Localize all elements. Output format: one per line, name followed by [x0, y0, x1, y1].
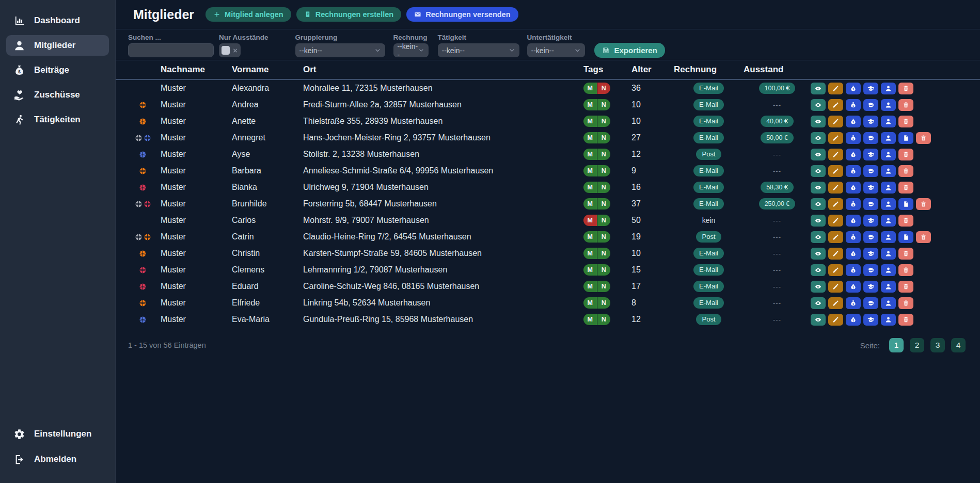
contributions-button[interactable]: $ [846, 281, 861, 293]
trainings-button[interactable] [863, 83, 878, 94]
delete-button[interactable] [916, 231, 931, 243]
delete-button[interactable] [916, 132, 931, 144]
arrears-checkbox-group[interactable] [219, 43, 241, 57]
trainings-button[interactable] [863, 182, 878, 194]
mitglied-anlegen-button[interactable]: Mitglied anlegen [206, 7, 291, 22]
sidebar-item-abmelden[interactable]: Abmelden [6, 449, 109, 470]
edit-button[interactable] [828, 116, 843, 127]
trainings-button[interactable] [863, 165, 878, 177]
sidebar-item-dashboard[interactable]: Dashboard [6, 10, 109, 31]
delete-button[interactable] [898, 215, 913, 227]
view-button[interactable] [811, 182, 826, 194]
view-button[interactable] [811, 297, 826, 309]
trainings-button[interactable] [863, 132, 878, 144]
membership-button[interactable] [881, 281, 896, 293]
edit-button[interactable] [828, 314, 843, 326]
view-button[interactable] [811, 99, 826, 111]
contributions-button[interactable]: $ [846, 297, 861, 309]
membership-button[interactable] [881, 182, 896, 194]
page-button-4[interactable]: 4 [951, 338, 966, 352]
delete-button[interactable] [898, 165, 913, 177]
gruppierung-select[interactable]: --kein-- [295, 43, 385, 57]
membership-button[interactable] [881, 132, 896, 144]
sidebar-item-einstellungen[interactable]: Einstellungen [6, 424, 109, 444]
contributions-button[interactable]: $ [846, 264, 861, 276]
arrears-checkbox[interactable] [222, 46, 230, 55]
trainings-button[interactable] [863, 314, 878, 326]
export-button[interactable]: Exportieren [594, 43, 665, 58]
rechnungen-versenden-button[interactable]: Rechnungen versenden [406, 7, 518, 22]
membership-button[interactable] [881, 165, 896, 177]
delete-button[interactable] [898, 149, 913, 160]
view-button[interactable] [811, 248, 826, 260]
edit-button[interactable] [828, 297, 843, 309]
clear-filter-icon[interactable] [232, 47, 238, 54]
delete-button[interactable] [898, 248, 913, 260]
edit-button[interactable] [828, 231, 843, 243]
view-button[interactable] [811, 215, 826, 227]
page-button-2[interactable]: 2 [910, 338, 924, 352]
taetigkeit-select[interactable]: --kein-- [438, 43, 519, 57]
delete-button[interactable] [898, 314, 913, 326]
delete-button[interactable] [898, 264, 913, 276]
view-button[interactable] [811, 165, 826, 177]
trainings-button[interactable] [863, 198, 878, 210]
edit-button[interactable] [828, 149, 843, 160]
contributions-button[interactable]: $ [846, 248, 861, 260]
delete-button[interactable] [898, 297, 913, 309]
contributions-button[interactable]: $ [846, 314, 861, 326]
delete-button[interactable] [916, 198, 931, 210]
membership-button[interactable] [881, 83, 896, 94]
trainings-button[interactable] [863, 215, 878, 227]
sidebar-item-zuschuesse[interactable]: Zuschüsse [6, 85, 109, 105]
view-button[interactable] [811, 281, 826, 293]
delete-button[interactable] [898, 83, 913, 94]
edit-button[interactable] [828, 281, 843, 293]
trainings-button[interactable] [863, 264, 878, 276]
delete-button[interactable] [898, 116, 913, 127]
membership-button[interactable] [881, 198, 896, 210]
contributions-button[interactable]: $ [846, 165, 861, 177]
membership-button[interactable] [881, 264, 896, 276]
edit-button[interactable] [828, 132, 843, 144]
contributions-button[interactable]: $ [846, 182, 861, 194]
edit-button[interactable] [828, 83, 843, 94]
column-header-ort[interactable]: Ort [303, 65, 583, 75]
edit-button[interactable] [828, 182, 843, 194]
sidebar-item-mitglieder[interactable]: Mitglieder [6, 35, 109, 56]
edit-button[interactable] [828, 198, 843, 210]
trainings-button[interactable] [863, 116, 878, 127]
edit-button[interactable] [828, 99, 843, 111]
invoice-document-button[interactable] [898, 198, 913, 210]
edit-button[interactable] [828, 248, 843, 260]
view-button[interactable] [811, 198, 826, 210]
trainings-button[interactable] [863, 297, 878, 309]
membership-button[interactable] [881, 248, 896, 260]
view-button[interactable] [811, 116, 826, 127]
column-header-tags[interactable]: Tags [583, 65, 631, 75]
membership-button[interactable] [881, 215, 896, 227]
membership-button[interactable] [881, 297, 896, 309]
view-button[interactable] [811, 231, 826, 243]
rechnungen-erstellen-button[interactable]: Rechnungen erstellen [296, 7, 401, 22]
contributions-button[interactable]: $ [846, 132, 861, 144]
edit-button[interactable] [828, 165, 843, 177]
view-button[interactable] [811, 149, 826, 160]
membership-button[interactable] [881, 99, 896, 111]
membership-button[interactable] [881, 314, 896, 326]
rechnung-select[interactable]: --kein-- [393, 43, 429, 57]
delete-button[interactable] [898, 182, 913, 194]
edit-button[interactable] [828, 215, 843, 227]
sidebar-item-beitraege[interactable]: $Beiträge [6, 60, 109, 81]
column-header-vorname[interactable]: Vorname [232, 65, 303, 75]
contributions-button[interactable]: $ [846, 99, 861, 111]
column-header-nachname[interactable]: Nachname [161, 65, 232, 75]
contributions-button[interactable]: $ [846, 83, 861, 94]
edit-button[interactable] [828, 264, 843, 276]
page-button-3[interactable]: 3 [930, 338, 945, 352]
view-button[interactable] [811, 314, 826, 326]
membership-button[interactable] [881, 116, 896, 127]
trainings-button[interactable] [863, 149, 878, 160]
view-button[interactable] [811, 264, 826, 276]
contributions-button[interactable]: $ [846, 215, 861, 227]
